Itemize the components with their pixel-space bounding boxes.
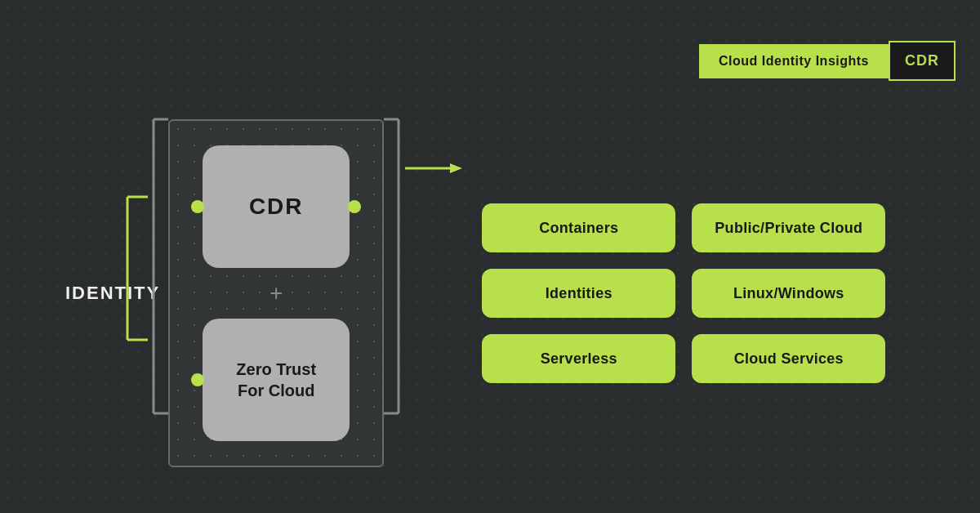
green-connector-svg [103,111,152,422]
header-badge: Cloud Identity Insights CDR [699,41,956,81]
zero-trust-box: Zero TrustFor Cloud [203,319,350,441]
grid-item-identities-label: Identities [546,285,612,302]
grid-item-cloud-services-label: Cloud Services [734,350,844,368]
zero-trust-left-dot [191,373,204,386]
grid-item-identities: Identities [482,269,675,318]
main-layout: IDENTITY [65,98,956,488]
grid-item-public-private-cloud: Public/Private Cloud [692,203,885,252]
inner-panel: CDR + Zero TrustFor Cloud [168,119,384,467]
badge-text-label: Cloud Identity Insights [699,44,889,78]
grid-item-cloud-services: Cloud Services [692,334,885,383]
right-grid: Containers Public/Private Cloud Identiti… [482,203,885,383]
grid-item-serverless-label: Serverless [541,350,617,368]
plus-sign: + [270,280,283,306]
right-bracket-svg [382,111,407,422]
grid-item-containers: Containers [482,203,675,252]
badge-cdr-label: CDR [889,41,956,81]
grid-item-public-private-label: Public/Private Cloud [715,220,862,237]
svg-marker-10 [450,163,462,173]
zero-trust-label: Zero TrustFor Cloud [228,350,324,409]
cdr-right-dot [348,200,361,213]
grid-item-linux-windows: Linux/Windows [692,269,885,318]
cdr-box: CDR [203,145,350,268]
grid-item-linux-windows-label: Linux/Windows [733,285,844,302]
cdr-left-dot [191,200,204,213]
cdr-box-label: CDR [249,194,304,220]
grid-item-containers-label: Containers [539,220,618,237]
arrow-svg [405,160,470,176]
grid-item-serverless: Serverless [482,334,675,383]
